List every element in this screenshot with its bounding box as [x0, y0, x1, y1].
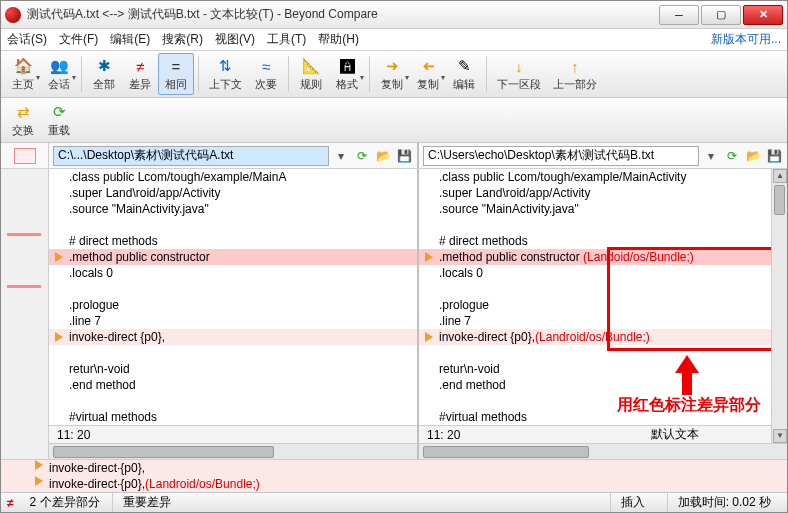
- sub-toolbar: ⇄交换 ⟳重载: [1, 98, 787, 143]
- left-code-pane[interactable]: .class public Lcom/tough/example/MainA.s…: [49, 169, 419, 459]
- file-path-row: C:\...\Desktop\素材\测试代码A.txt ▾ ⟳ 📂 💾 C:\U…: [1, 143, 787, 169]
- same-button[interactable]: =相同: [158, 53, 194, 95]
- left-save-icon[interactable]: 💾: [395, 147, 413, 165]
- left-path-input[interactable]: C:\...\Desktop\素材\测试代码A.txt: [53, 146, 329, 166]
- equal-icon: =: [166, 56, 186, 76]
- notequal-icon: ≠: [130, 56, 150, 76]
- ruler-icon: 📐: [301, 56, 321, 76]
- menubar: 会话(S) 文件(F) 编辑(E) 搜索(R) 视图(V) 工具(T) 帮助(H…: [1, 29, 787, 51]
- swap-icon: ⇄: [13, 102, 33, 122]
- left-folder-icon[interactable]: 📂: [374, 147, 392, 165]
- minor-icon: ≈: [256, 56, 276, 76]
- compare-area: .class public Lcom/tough/example/MainA.s…: [1, 169, 787, 459]
- menu-search[interactable]: 搜索(R): [162, 31, 203, 48]
- right-file-pane: C:\Users\echo\Desktop\素材\测试代码B.txt ▾ ⟳ 📂…: [419, 143, 787, 168]
- minor-button[interactable]: ≈次要: [248, 54, 284, 94]
- context-icon: ⇅: [216, 56, 236, 76]
- right-cursor-pos: 11: 20: [427, 428, 460, 442]
- statusbar: ≠ 2 个差异部分 重要差异 插入 加载时间: 0.02 秒: [1, 492, 787, 512]
- arrow-left-icon: ➜: [418, 56, 438, 76]
- right-folder-icon[interactable]: 📂: [744, 147, 762, 165]
- window-title: 测试代码A.txt <--> 测试代码B.txt - 文本比较(T) - Bey…: [27, 6, 659, 23]
- right-vscrollbar[interactable]: ▲ ▼: [771, 169, 787, 443]
- pencil-icon: ✎: [454, 56, 474, 76]
- arrow-right-icon: ➜: [382, 56, 402, 76]
- home-icon: 🏠: [13, 56, 33, 76]
- right-save-icon[interactable]: 💾: [765, 147, 783, 165]
- left-cursor-pos: 11: 20: [57, 428, 90, 442]
- session-button[interactable]: 👥会话▾: [41, 54, 77, 94]
- titlebar: 测试代码A.txt <--> 测试代码B.txt - 文本比较(T) - Bey…: [1, 1, 787, 29]
- menu-view[interactable]: 视图(V): [215, 31, 255, 48]
- app-icon: [5, 7, 21, 23]
- right-code-pane[interactable]: 用红色标注差异部分 .class public Lcom/tough/examp…: [419, 169, 787, 459]
- arrow-up-icon: ↑: [565, 56, 585, 76]
- diff-button[interactable]: ≠差异: [122, 54, 158, 94]
- format-icon: 🅰: [337, 56, 357, 76]
- menu-help[interactable]: 帮助(H): [318, 31, 359, 48]
- right-refresh-icon[interactable]: ⟳: [723, 147, 741, 165]
- right-dropdown-icon[interactable]: ▾: [702, 147, 720, 165]
- context-button[interactable]: ⇅上下文: [203, 54, 248, 94]
- left-refresh-icon[interactable]: ⟳: [353, 147, 371, 165]
- asterisk-icon: ✱: [94, 56, 114, 76]
- overview-gutter[interactable]: [1, 169, 49, 459]
- all-button[interactable]: ✱全部: [86, 54, 122, 94]
- right-hscrollbar[interactable]: [419, 443, 787, 459]
- copy-left-button[interactable]: ➜复制▾: [374, 54, 410, 94]
- encoding-label: 默认文本: [651, 426, 699, 443]
- line-diff-panel: invoke-direct·{p0},invoke-direct·{p0},(L…: [1, 459, 787, 492]
- update-link[interactable]: 新版本可用...: [711, 31, 781, 48]
- arrow-down-icon: ↓: [509, 56, 529, 76]
- menu-file[interactable]: 文件(F): [59, 31, 98, 48]
- menu-session[interactable]: 会话(S): [7, 31, 47, 48]
- right-path-input[interactable]: C:\Users\echo\Desktop\素材\测试代码B.txt: [423, 146, 699, 166]
- left-dropdown-icon[interactable]: ▾: [332, 147, 350, 165]
- swap-button[interactable]: ⇄交换: [5, 100, 41, 140]
- rules-button[interactable]: 📐规则: [293, 54, 329, 94]
- minimize-button[interactable]: ─: [659, 5, 699, 25]
- major-diff-label: 重要差异: [112, 493, 181, 512]
- notequal-status-icon: ≠: [7, 496, 14, 510]
- menu-tools[interactable]: 工具(T): [267, 31, 306, 48]
- left-file-pane: C:\...\Desktop\素材\测试代码A.txt ▾ ⟳ 📂 💾: [49, 143, 419, 168]
- maximize-button[interactable]: ▢: [701, 5, 741, 25]
- reload-button[interactable]: ⟳重载: [41, 100, 77, 140]
- session-icon: 👥: [49, 56, 69, 76]
- edit-button[interactable]: ✎编辑: [446, 54, 482, 94]
- copy-right-button[interactable]: ➜复制▾: [410, 54, 446, 94]
- reload-icon: ⟳: [49, 102, 69, 122]
- close-button[interactable]: ✕: [743, 5, 783, 25]
- next-section-button[interactable]: ↓下一区段: [491, 54, 547, 94]
- format-button[interactable]: 🅰格式▾: [329, 54, 365, 94]
- left-hscrollbar[interactable]: [49, 443, 417, 459]
- main-toolbar: 🏠主页▾ 👥会话▾ ✱全部 ≠差异 =相同 ⇅上下文 ≈次要 📐规则 🅰格式▾ …: [1, 51, 787, 98]
- prev-section-button[interactable]: ↑上一部分: [547, 54, 603, 94]
- thumb-view-tab[interactable]: [14, 148, 36, 164]
- load-time: 加载时间: 0.02 秒: [667, 493, 781, 512]
- insert-mode: 插入: [610, 493, 655, 512]
- home-button[interactable]: 🏠主页▾: [5, 54, 41, 94]
- diff-count: 2 个差异部分: [30, 494, 100, 511]
- menu-edit[interactable]: 编辑(E): [110, 31, 150, 48]
- side-tabs: [1, 143, 49, 168]
